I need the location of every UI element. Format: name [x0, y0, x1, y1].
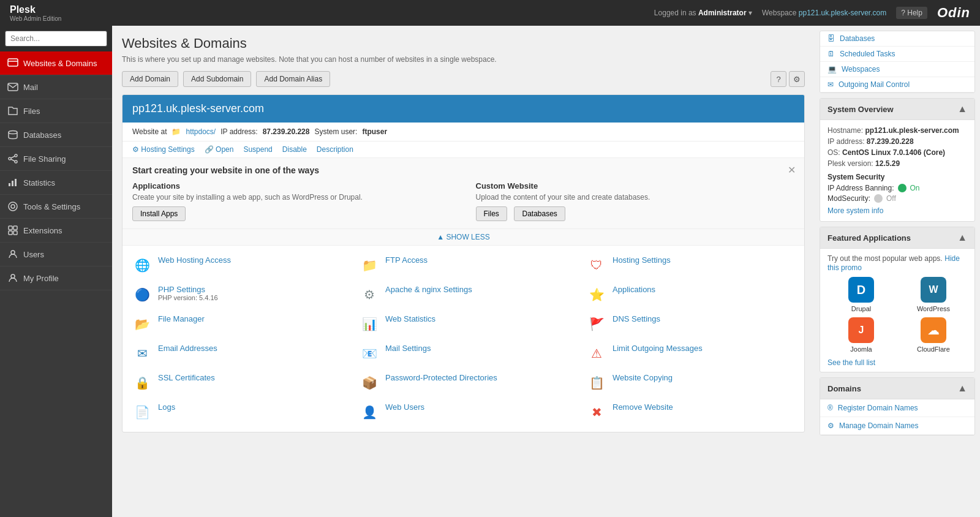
- sidebar-label-mail: Mail: [23, 83, 38, 92]
- feature-icon-2: 🛡: [587, 255, 606, 275]
- feature-link-15[interactable]: Logs: [158, 402, 175, 412]
- sidebar-item-statistics[interactable]: Statistics: [0, 171, 112, 195]
- brand-name: Plesk: [10, 4, 61, 15]
- sidebar-item-mail[interactable]: Mail: [0, 75, 112, 99]
- app-drupal[interactable]: D Drupal: [827, 277, 895, 312]
- system-overview-collapse[interactable]: ▲: [957, 104, 967, 115]
- app-wordpress[interactable]: W WordPress: [900, 277, 967, 312]
- feature-link-6[interactable]: File Manager: [158, 314, 205, 323]
- suspend-link[interactable]: Suspend: [243, 145, 272, 154]
- system-overview-section: System Overview ▲ Hostname: pp121.uk.ple…: [820, 98, 975, 222]
- app-joomla[interactable]: J Joomla: [827, 317, 895, 353]
- sidebar-item-tools[interactable]: Tools & Settings: [0, 195, 112, 219]
- help-button[interactable]: ? Help: [896, 7, 927, 19]
- feature-icon-13: 📦: [360, 373, 379, 393]
- manage-domain-link[interactable]: ⚙ Manage Domain Names: [820, 417, 974, 435]
- app-cloudflare[interactable]: ☁ CloudFlare: [900, 317, 967, 353]
- feature-remove-website[interactable]: ✖ Remove Website: [577, 398, 804, 427]
- feature-php-settings[interactable]: 🔵 PHP Settings PHP version: 5.4.16: [123, 280, 350, 309]
- domains-collapse[interactable]: ▲: [957, 383, 967, 394]
- odin-logo: Odin: [937, 5, 970, 21]
- feature-limit-outgoing-messages[interactable]: ⚠ Limit Outgoing Messages: [577, 339, 804, 368]
- feature-hosting-settings[interactable]: 🛡 Hosting Settings: [577, 251, 804, 280]
- webspaces-link[interactable]: 💻 Webspaces: [820, 62, 974, 77]
- databases-link[interactable]: 🗄 Databases: [820, 31, 974, 47]
- feature-password-protected-directories[interactable]: 📦 Password-Protected Directories: [350, 368, 577, 398]
- files-button[interactable]: Files: [476, 206, 507, 221]
- settings-icon-btn[interactable]: ⚙: [789, 71, 805, 87]
- scheduled-tasks-link[interactable]: 🗓 Scheduled Tasks: [820, 47, 974, 62]
- databases-button[interactable]: Databases: [514, 206, 565, 221]
- feature-link-5[interactable]: Applications: [612, 285, 655, 294]
- feature-website-copying[interactable]: 📋 Website Copying: [577, 368, 804, 398]
- feature-link-3[interactable]: PHP Settings: [158, 285, 205, 294]
- feature-dns-settings[interactable]: 🚩 DNS Settings: [577, 309, 804, 339]
- feature-web-hosting-access[interactable]: 🌐 Web Hosting Access: [123, 251, 350, 280]
- feature-applications[interactable]: ⭐ Applications: [577, 280, 804, 309]
- feature-apache-&-nginx-settings[interactable]: ⚙ Apache & nginx Settings: [350, 280, 577, 309]
- apps-title: Applications: [132, 181, 451, 191]
- feature-link-13[interactable]: Password-Protected Directories: [385, 373, 497, 382]
- svg-point-3: [9, 131, 17, 134]
- feature-link-16[interactable]: Web Users: [385, 402, 424, 412]
- feature-link-8[interactable]: DNS Settings: [612, 314, 660, 323]
- install-apps-button[interactable]: Install Apps: [132, 206, 186, 221]
- description-link[interactable]: Description: [317, 145, 353, 154]
- sidebar-item-databases[interactable]: Databases: [0, 123, 112, 147]
- feature-link-0[interactable]: Web Hosting Access: [158, 255, 231, 265]
- sidebar-item-filesharing[interactable]: File Sharing: [0, 147, 112, 171]
- feature-link-2[interactable]: Hosting Settings: [612, 255, 671, 265]
- add-alias-button[interactable]: Add Domain Alias: [256, 71, 330, 87]
- sidebar-item-users[interactable]: Users: [0, 243, 112, 266]
- feature-link-12[interactable]: SSL Certificates: [158, 373, 215, 382]
- getting-started-close[interactable]: ✕: [788, 164, 796, 176]
- feature-icon-0: 🌐: [132, 255, 152, 275]
- feature-email-addresses[interactable]: ✉ Email Addresses: [123, 339, 350, 368]
- getting-started-title: Start creating your website in one of th…: [132, 165, 794, 175]
- httpdocs-link[interactable]: httpdocs/: [186, 127, 216, 136]
- featured-apps-collapse[interactable]: ▲: [957, 232, 967, 243]
- more-system-info-link[interactable]: More system info: [827, 206, 967, 215]
- feature-link-10[interactable]: Mail Settings: [385, 344, 431, 353]
- feature-web-users[interactable]: 👤 Web Users: [350, 398, 577, 427]
- show-less-toggle[interactable]: ▲ SHOW LESS: [123, 229, 804, 246]
- register-domain-link[interactable]: ® Register Domain Names: [820, 399, 974, 417]
- sidebar-item-files[interactable]: Files: [0, 99, 112, 123]
- domains-section: Domains ▲ ® Register Domain Names ⚙ Mana…: [820, 377, 975, 436]
- svg-rect-14: [9, 226, 12, 230]
- calendar-icon: 🗓: [827, 50, 835, 58]
- feature-file-manager[interactable]: 📂 File Manager: [123, 309, 350, 339]
- right-panel: 🗄 Databases 🗓 Scheduled Tasks 💻 Webspace…: [815, 26, 980, 517]
- feature-link-9[interactable]: Email Addresses: [158, 344, 217, 353]
- webspace-link[interactable]: pp121.uk.plesk-server.com: [799, 9, 886, 17]
- feature-link-7[interactable]: Web Statistics: [385, 314, 435, 323]
- feature-link-1[interactable]: FTP Access: [385, 255, 428, 265]
- content-area: Websites & Domains This is where you set…: [112, 26, 815, 517]
- search-input[interactable]: [5, 31, 107, 47]
- domain-hostname: pp121.uk.plesk-server.com: [132, 102, 264, 115]
- full-list-link[interactable]: See the full list: [827, 358, 875, 367]
- feature-ftp-access[interactable]: 📁 FTP Access: [350, 251, 577, 280]
- feature-icon-11: ⚠: [587, 344, 606, 363]
- outgoing-mail-link[interactable]: ✉ Outgoing Mail Control: [820, 77, 974, 92]
- sidebar-item-profile[interactable]: My Profile: [0, 266, 112, 290]
- sidebar-item-websites[interactable]: Websites & Domains: [0, 51, 112, 75]
- featured-apps-body: Try out the most popular web apps. Hide …: [820, 249, 974, 372]
- feature-link-4[interactable]: Apache & nginx Settings: [385, 285, 472, 294]
- feature-link-17[interactable]: Remove Website: [612, 402, 673, 412]
- feature-ssl-certificates[interactable]: 🔒 SSL Certificates: [123, 368, 350, 398]
- feature-mail-settings[interactable]: 📧 Mail Settings: [350, 339, 577, 368]
- add-subdomain-button[interactable]: Add Subdomain: [183, 71, 251, 87]
- help-icon-btn[interactable]: ?: [771, 71, 786, 87]
- feature-link-14[interactable]: Website Copying: [612, 373, 673, 382]
- feature-icon-1: 📁: [360, 255, 379, 275]
- sidebar-item-extensions[interactable]: Extensions: [0, 219, 112, 243]
- disable-link[interactable]: Disable: [282, 145, 307, 154]
- feature-logs[interactable]: 📄 Logs: [123, 398, 350, 427]
- add-domain-button[interactable]: Add Domain: [122, 71, 178, 87]
- feature-icon-16: 👤: [360, 402, 379, 422]
- feature-web-statistics[interactable]: 📊 Web Statistics: [350, 309, 577, 339]
- hosting-settings-link[interactable]: ⚙ Hosting Settings: [132, 145, 195, 154]
- feature-link-11[interactable]: Limit Outgoing Messages: [612, 344, 703, 353]
- open-link[interactable]: 🔗 Open: [205, 145, 234, 154]
